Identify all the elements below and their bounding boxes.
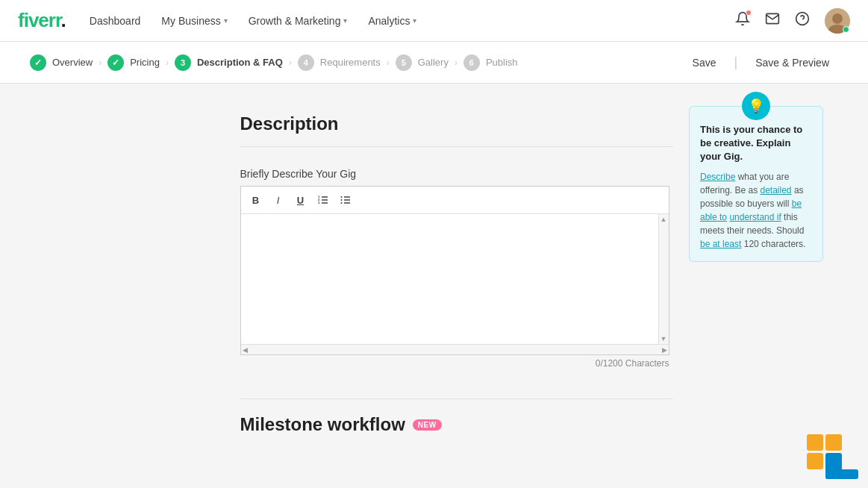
gig-description-textarea[interactable] xyxy=(241,214,658,341)
step-requirements[interactable]: 4 Requirements xyxy=(298,54,381,71)
save-button[interactable]: Save xyxy=(684,52,725,73)
form-container: Description Briefly Describe Your Gig B … xyxy=(240,113,673,457)
chevron-down-icon: ▾ xyxy=(224,16,228,25)
tooltip-body-atleast: be at least xyxy=(700,239,741,249)
section-divider xyxy=(240,146,673,147)
svg-point-14 xyxy=(340,196,342,198)
messages-icon[interactable] xyxy=(765,11,780,30)
step-arrow: › xyxy=(99,57,102,68)
step-pricing[interactable]: ✓ Pricing xyxy=(107,54,160,71)
bold-button[interactable]: B xyxy=(247,191,265,209)
notification-dot xyxy=(746,10,752,16)
step-circle-pricing: ✓ xyxy=(107,54,124,71)
step-publish[interactable]: 6 Publish xyxy=(463,54,518,71)
step-circle-description: 3 xyxy=(175,54,191,71)
editor-horizontal-scrollbar[interactable]: ◀ ▶ xyxy=(241,344,669,354)
nav-analytics[interactable]: Analytics ▾ xyxy=(368,15,416,27)
step-label-publish: Publish xyxy=(486,57,518,68)
underline-button[interactable]: U xyxy=(292,191,310,209)
step-circle-gallery: 5 xyxy=(396,54,412,71)
step-circle-overview: ✓ xyxy=(30,54,46,71)
new-badge: NEW xyxy=(413,419,442,431)
tooltip-lightbulb-icon: 💡 xyxy=(742,92,770,120)
step-arrow: › xyxy=(387,57,390,68)
step-label-gallery: Gallery xyxy=(418,57,449,68)
steps-list: ✓ Overview › ✓ Pricing › 3 Description &… xyxy=(30,54,518,71)
tooltip-body-detailed: detailed xyxy=(761,185,792,195)
ordered-list-button[interactable]: 1.2.3. xyxy=(314,191,332,209)
step-overview[interactable]: ✓ Overview xyxy=(30,54,93,71)
step-label-description: Description & FAQ xyxy=(197,57,283,68)
tooltip-heading: This is your chance to be creative. Expl… xyxy=(700,123,812,164)
step-circle-requirements: 4 xyxy=(298,54,314,71)
scroll-right-arrow[interactable]: ▶ xyxy=(662,346,667,354)
step-label-pricing: Pricing xyxy=(130,57,160,68)
nav-links: Dashboard My Business ▾ Growth & Marketi… xyxy=(90,15,735,27)
online-indicator xyxy=(843,26,849,33)
editor-main-area xyxy=(241,214,658,344)
svg-text:3.: 3. xyxy=(318,201,320,204)
milestone-section: Milestone workflow NEW xyxy=(240,398,673,435)
tooltip-card: 💡 This is your chance to be creative. Ex… xyxy=(689,106,823,262)
nav-my-business[interactable]: My Business ▾ xyxy=(161,15,227,27)
step-circle-publish: 6 xyxy=(463,54,480,71)
steps-bar: ✓ Overview › ✓ Pricing › 3 Description &… xyxy=(0,42,868,84)
step-label-requirements: Requirements xyxy=(320,57,381,68)
gig-description-editor: B I U 1.2.3. ▲ ▼ xyxy=(240,186,669,355)
bottom-right-logo xyxy=(807,434,859,479)
gig-field-label: Briefly Describe Your Gig xyxy=(240,168,673,180)
svg-rect-18 xyxy=(825,434,842,451)
nav-growth-marketing[interactable]: Growth & Marketing ▾ xyxy=(249,15,348,27)
fiverr-logo[interactable]: fiverr. xyxy=(18,9,66,32)
chevron-down-icon: ▾ xyxy=(413,16,416,25)
navbar: fiverr. Dashboard My Business ▾ Growth &… xyxy=(0,0,868,42)
description-section: Description Briefly Describe Your Gig B … xyxy=(240,113,673,369)
step-arrow: › xyxy=(289,57,292,68)
milestone-divider xyxy=(240,398,673,399)
nav-dashboard[interactable]: Dashboard xyxy=(90,15,141,27)
svg-point-3 xyxy=(832,13,843,24)
unordered-list-button[interactable] xyxy=(337,191,355,209)
step-arrow: › xyxy=(166,57,169,68)
editor-toolbar: B I U 1.2.3. xyxy=(241,187,669,214)
nav-right-icons xyxy=(735,8,850,34)
svg-rect-17 xyxy=(807,434,823,451)
logo-text: fiverr. xyxy=(18,9,66,31)
editor-body: ▲ ▼ xyxy=(241,214,669,344)
milestone-title: Milestone workflow xyxy=(240,414,405,435)
svg-point-16 xyxy=(340,202,342,204)
scroll-up-arrow[interactable]: ▲ xyxy=(661,216,667,223)
notifications-icon[interactable] xyxy=(735,11,750,30)
help-icon[interactable] xyxy=(795,11,810,30)
tooltip-body-understand: understand if xyxy=(729,212,781,222)
char-count: 0/1200 Characters xyxy=(240,358,669,369)
user-avatar[interactable] xyxy=(825,8,850,34)
description-title: Description xyxy=(240,113,673,134)
step-gallery[interactable]: 5 Gallery xyxy=(396,54,449,71)
scroll-left-arrow[interactable]: ◀ xyxy=(243,346,248,354)
milestone-title-row: Milestone workflow NEW xyxy=(240,414,673,435)
svg-point-15 xyxy=(340,199,342,201)
tooltip-body-describe: Describe xyxy=(700,172,735,182)
svg-rect-19 xyxy=(807,453,823,469)
italic-button[interactable]: I xyxy=(269,191,287,209)
steps-actions: Save | Save & Preview xyxy=(684,52,838,73)
chevron-down-icon: ▾ xyxy=(343,16,347,25)
editor-vertical-scrollbar[interactable]: ▲ ▼ xyxy=(658,214,669,344)
divider: | xyxy=(734,54,737,70)
step-description-faq[interactable]: 3 Description & FAQ xyxy=(175,54,283,71)
scroll-down-arrow[interactable]: ▼ xyxy=(661,335,667,342)
step-label-overview: Overview xyxy=(52,57,93,68)
svg-rect-21 xyxy=(825,469,858,479)
save-preview-button[interactable]: Save & Preview xyxy=(746,52,838,73)
tooltip-body: Describe what you are offering. Be as de… xyxy=(700,170,812,251)
main-content: Description Briefly Describe Your Gig B … xyxy=(0,84,868,487)
step-arrow: › xyxy=(455,57,458,68)
